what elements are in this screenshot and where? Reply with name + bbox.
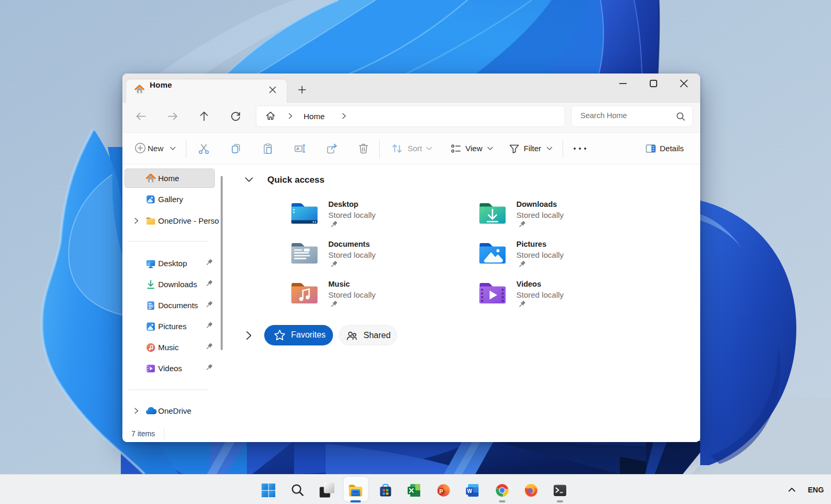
svg-text:P: P bbox=[439, 488, 443, 495]
svg-text:W: W bbox=[467, 488, 472, 494]
